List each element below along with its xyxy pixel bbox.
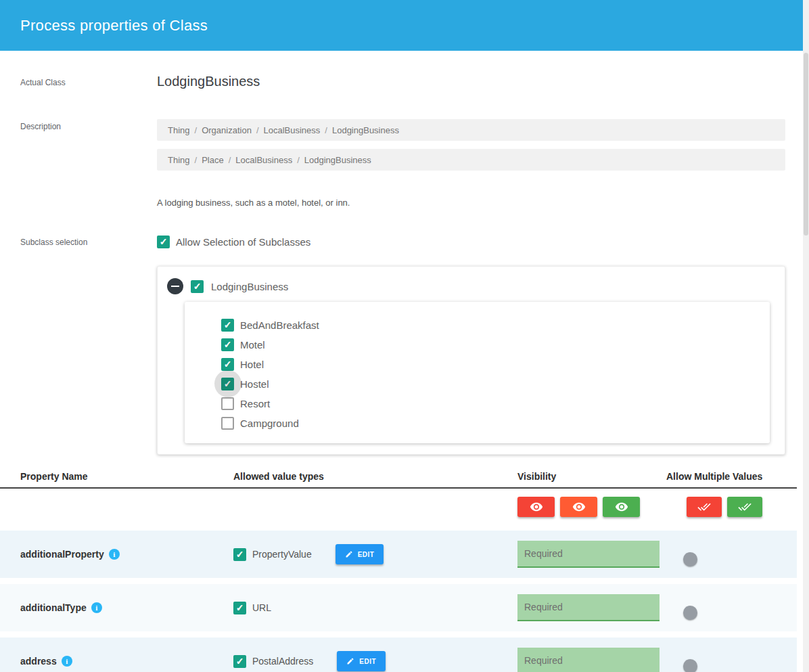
value-type-checkbox[interactable]	[233, 655, 246, 668]
breadcrumb-item[interactable]: Place	[202, 155, 224, 165]
double-check-icon	[738, 500, 752, 514]
subclass-selection-label: Subclass selection	[20, 235, 157, 455]
subclass-label: BedAndBreakfast	[240, 319, 319, 331]
subclass-checkbox[interactable]	[221, 338, 234, 351]
subclass-tree-card: LodgingBusiness BedAndBreakfast Motel Ho…	[157, 266, 785, 455]
pencil-icon	[346, 657, 354, 665]
subclass-label: Hostel	[240, 378, 269, 390]
edit-button[interactable]: EDIT	[337, 651, 386, 671]
description-text: A lodging business, such as a motel, hot…	[157, 198, 785, 208]
toggle-knob	[683, 659, 697, 672]
breadcrumb-separator: /	[195, 125, 198, 135]
subclass-checkbox[interactable]	[221, 417, 234, 430]
scrollbar-thumb[interactable]	[804, 53, 808, 236]
table-header-row: Property Name Allowed value types Visibi…	[0, 466, 797, 489]
allow-subclasses-checkbox[interactable]	[157, 236, 170, 248]
toggle-knob	[683, 606, 697, 620]
subclass-option[interactable]: Hotel	[221, 355, 756, 374]
subclass-option[interactable]: Hostel	[221, 374, 756, 393]
visibility-field[interactable]: Required	[517, 594, 660, 621]
allow-subclasses-option[interactable]: Allow Selection of Subclasses	[157, 232, 785, 251]
subclass-option[interactable]: Resort	[221, 394, 756, 413]
eye-icon	[615, 500, 628, 514]
subclass-option[interactable]: Campground	[221, 413, 756, 432]
eye-icon	[572, 500, 586, 514]
col-header-allow-multiple-values: Allow Multiple Values	[666, 471, 797, 482]
visibility-all-hidden-button[interactable]	[517, 497, 555, 517]
visibility-all-optional-button[interactable]	[560, 497, 597, 517]
scrollbar-track[interactable]	[803, 0, 809, 672]
subclass-label: Campground	[240, 418, 299, 429]
value-type-label: URL	[252, 602, 271, 613]
value-type-checkbox[interactable]	[233, 602, 246, 614]
edit-button-label: EDIT	[359, 658, 376, 665]
breadcrumb-item[interactable]: Organization	[202, 125, 252, 135]
edit-button-label: EDIT	[358, 551, 375, 558]
value-type-label: PropertyValue	[252, 549, 312, 560]
info-icon[interactable]: i	[62, 656, 72, 667]
breadcrumb: Thing/Place/LocalBusiness/LodgingBusines…	[157, 149, 785, 171]
property-name: additionalProperty	[20, 549, 104, 560]
page-title: Process properties of Class	[20, 17, 208, 35]
main-content: Actual Class LodgingBusiness Description…	[0, 51, 803, 672]
visibility-all-required-button[interactable]	[603, 497, 640, 517]
breadcrumb-separator: /	[229, 155, 231, 165]
breadcrumb: Thing/Organization/LocalBusiness/Lodging…	[157, 119, 785, 141]
breadcrumb-separator: /	[297, 155, 300, 165]
property-row: address i PostalAddress EDIT Required	[0, 637, 797, 672]
multiple-disable-all-button[interactable]	[687, 497, 722, 517]
breadcrumb-item[interactable]: LodgingBusiness	[332, 125, 399, 135]
multiple-bulk-buttons	[666, 497, 797, 517]
subclass-option[interactable]: Motel	[221, 335, 756, 354]
breadcrumb-item[interactable]: LodgingBusiness	[304, 155, 371, 165]
collapse-minus-icon[interactable]	[167, 278, 183, 294]
breadcrumb-item[interactable]: Thing	[168, 125, 190, 135]
edit-button[interactable]: EDIT	[336, 544, 384, 564]
breadcrumb-item[interactable]: LocalBusiness	[235, 155, 292, 165]
toggle-knob	[683, 552, 697, 566]
subclass-checkbox[interactable]	[221, 378, 234, 390]
subclass-selection-row: Subclass selection Allow Selection of Su…	[0, 235, 803, 455]
breadcrumb-list: Thing/Organization/LocalBusiness/Lodging…	[157, 119, 785, 171]
properties-table: Property Name Allowed value types Visibi…	[0, 466, 797, 672]
allowed-value-type: PostalAddress EDIT	[233, 651, 386, 671]
property-rows: additionalProperty i PropertyValue EDIT …	[0, 531, 797, 672]
root-class-label: LodgingBusiness	[211, 281, 288, 292]
subclass-option[interactable]: BedAndBreakfast	[221, 315, 756, 334]
info-icon[interactable]: i	[91, 602, 102, 613]
subclass-label: Hotel	[240, 359, 264, 370]
actual-class-label: Actual Class	[20, 75, 157, 89]
breadcrumb-separator: /	[256, 125, 259, 135]
subclass-label: Resort	[240, 398, 270, 409]
subclass-tree-root: LodgingBusiness	[167, 276, 774, 296]
allow-subclasses-label: Allow Selection of Subclasses	[176, 236, 310, 248]
root-class-checkbox[interactable]	[191, 280, 204, 293]
value-type-checkbox[interactable]	[233, 548, 246, 561]
pencil-icon	[345, 550, 353, 558]
property-row: additionalType i URL Required	[0, 584, 797, 631]
actual-class-row: Actual Class LodgingBusiness	[0, 75, 803, 89]
bulk-actions-row	[0, 489, 797, 525]
breadcrumb-item[interactable]: LocalBusiness	[264, 125, 321, 135]
description-label: Description	[20, 119, 157, 208]
subclass-checkbox[interactable]	[221, 397, 234, 410]
subclass-checkbox[interactable]	[221, 358, 234, 371]
multiple-enable-all-button[interactable]	[727, 497, 762, 517]
visibility-field[interactable]: Required	[517, 648, 660, 672]
subclass-list: BedAndBreakfast Motel Hotel Hostel Resor…	[185, 302, 770, 443]
breadcrumb-item[interactable]: Thing	[168, 155, 190, 165]
col-header-visibility: Visibility	[517, 471, 666, 482]
col-header-property-name: Property Name	[20, 471, 233, 482]
subclass-checkbox[interactable]	[221, 319, 234, 332]
title-bar: Process properties of Class	[0, 0, 803, 51]
visibility-field[interactable]: Required	[517, 541, 660, 568]
property-name: address	[20, 656, 57, 667]
info-icon[interactable]: i	[109, 549, 120, 560]
double-check-icon	[697, 500, 711, 514]
allowed-value-type: URL	[233, 602, 271, 614]
col-header-allowed-value-types: Allowed value types	[233, 471, 517, 482]
property-row: additionalProperty i PropertyValue EDIT …	[0, 531, 797, 578]
actual-class-value: LodgingBusiness	[157, 74, 785, 89]
visibility-bulk-buttons	[517, 497, 666, 517]
subclass-label: Motel	[240, 339, 265, 351]
